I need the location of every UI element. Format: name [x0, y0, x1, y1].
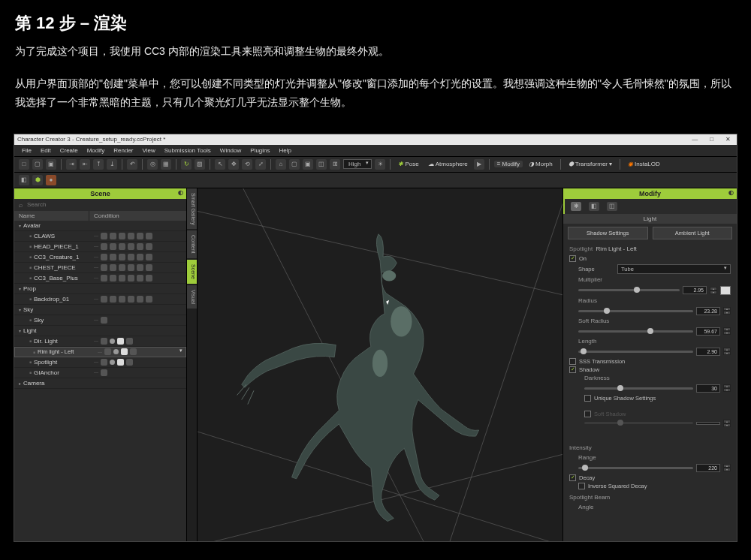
render-icon[interactable]: ▶ — [474, 159, 484, 170]
spotlight-beam-label: Spotlight Beam — [569, 494, 731, 501]
mult-dn[interactable]: ▾ — [710, 291, 717, 294]
tool-icon[interactable]: ▧ — [195, 159, 205, 170]
darkness-value[interactable]: 30 — [696, 384, 720, 393]
win-close[interactable]: ✕ — [722, 136, 734, 143]
radius-slider[interactable] — [578, 310, 693, 312]
on-checkbox[interactable]: On — [569, 255, 731, 262]
save-icon[interactable]: ▣ — [46, 159, 56, 170]
move-icon[interactable]: ✥ — [228, 159, 239, 170]
upload-icon[interactable]: ⤒ — [93, 159, 104, 170]
modify-collapse-icon[interactable]: ◐ — [728, 189, 734, 196]
tree-row-head-piece-1[interactable]: ■HEAD_PIECE_1— — [14, 242, 186, 252]
length-value[interactable]: 2.90 — [696, 348, 720, 356]
unique-shadow-checkbox[interactable]: Unique Shadow Settings — [584, 395, 731, 402]
tree-row-cc3-creature-1[interactable]: ■CC3_Creature_1— — [14, 252, 186, 263]
export-icon[interactable]: ⇤ — [80, 159, 90, 170]
open-icon[interactable]: ▢ — [32, 159, 43, 170]
range-slider[interactable] — [578, 467, 693, 469]
tab-content[interactable]: Content — [187, 230, 197, 258]
tab-scene[interactable]: Scene — [187, 260, 197, 284]
radius-value[interactable]: 23.28 — [696, 307, 720, 315]
inverse-checkbox[interactable]: Inverse Squared Decay — [578, 483, 731, 489]
decay-checkbox[interactable]: Decay — [569, 474, 731, 481]
tree-row-rim-light-left[interactable]: ■Rim light - Left— — [14, 347, 186, 357]
tree-row-chest-piece[interactable]: ■CHEST_PIECE— — [14, 263, 186, 273]
menu-help[interactable]: Help — [279, 147, 291, 154]
sub3-icon[interactable]: ● — [46, 175, 56, 185]
multiplier-value[interactable]: 2.95 — [683, 286, 707, 294]
menu-edit[interactable]: Edit — [41, 147, 51, 154]
shadow-settings-button[interactable]: Shadow Settings — [568, 227, 648, 239]
soft-radius-value[interactable]: 59.67 — [696, 327, 720, 336]
instalod-button[interactable]: ◉ InstaLOD — [625, 161, 663, 167]
win-max[interactable]: □ — [707, 136, 716, 143]
atmosphere-button[interactable]: ☁ Atmosphere — [425, 161, 471, 167]
tree-row-avatar[interactable]: ▾Avatar — [14, 221, 186, 231]
menu-file[interactable]: File — [22, 147, 32, 154]
view1-icon[interactable]: ▢ — [289, 159, 300, 170]
target-icon[interactable]: ◎ — [147, 159, 158, 170]
soft-radius-slider[interactable] — [578, 330, 693, 333]
menu-view[interactable]: View — [143, 147, 155, 154]
intensity-label: Intensity — [569, 444, 731, 451]
undo-icon[interactable]: ↶ — [127, 159, 137, 170]
shape-label: Shape — [578, 266, 614, 272]
tree-row-sky[interactable]: ▾Sky — [14, 305, 186, 315]
viewport[interactable] — [198, 188, 562, 541]
morph-button[interactable]: ◑ Morph — [526, 161, 556, 167]
menu-modify[interactable]: Modify — [87, 147, 105, 154]
modify-button[interactable]: ≡ Modify — [494, 161, 523, 167]
tree-row-prop[interactable]: ▾Prop — [14, 284, 186, 294]
mod-tab-1[interactable]: ✱ — [571, 202, 581, 211]
new-icon[interactable]: □ — [19, 159, 29, 170]
menu-window[interactable]: Window — [220, 147, 241, 154]
tree-row-spotlight[interactable]: ■Spotlight— — [14, 357, 186, 368]
transformer-button[interactable]: ⬢ Transformer ▾ — [566, 161, 615, 167]
tree-row-backdrop-01[interactable]: ■Backdrop_01— — [14, 294, 186, 305]
shape-select[interactable]: Tube — [617, 264, 731, 274]
quality-dropdown[interactable]: High — [343, 159, 372, 169]
home-icon[interactable]: ⌂ — [276, 159, 286, 170]
scale-icon[interactable]: ⤢ — [255, 159, 266, 170]
sun-icon[interactable]: ☀ — [375, 159, 385, 170]
multiplier-slider[interactable] — [578, 289, 680, 291]
spotlight-name: Rim Light - Left — [596, 245, 637, 252]
tree-row-gianchor[interactable]: ■GIAnchor— — [14, 368, 186, 378]
menu-render[interactable]: Render — [113, 147, 133, 154]
download-icon[interactable]: ⤓ — [107, 159, 117, 170]
refresh-icon[interactable]: ↻ — [181, 159, 192, 170]
view3-icon[interactable]: ◫ — [316, 159, 327, 170]
mod-tab-3[interactable]: ◫ — [607, 202, 617, 211]
scene-collapse-icon[interactable]: ◐ — [178, 189, 183, 196]
sub1-icon[interactable]: ◧ — [19, 175, 29, 185]
menu-plugins[interactable]: Plugins — [250, 147, 270, 154]
search-input[interactable] — [27, 201, 182, 208]
pose-button[interactable]: ✱ Pose — [395, 161, 421, 167]
tree-row-light[interactable]: ▾Light — [14, 326, 186, 336]
range-value[interactable]: 220 — [696, 464, 720, 472]
length-slider[interactable] — [578, 351, 693, 353]
sub2-icon[interactable]: ⬢ — [32, 175, 43, 185]
view4-icon[interactable]: ⊞ — [330, 159, 340, 170]
win-min[interactable]: — — [689, 136, 701, 143]
color-swatch[interactable] — [720, 286, 731, 295]
tree-row-dir-light[interactable]: ■Dir. Light— — [14, 336, 186, 347]
view2-icon[interactable]: ▣ — [303, 159, 313, 170]
tab-visual[interactable]: Visual — [187, 285, 197, 309]
ambient-light-button[interactable]: Ambient Light — [653, 227, 733, 239]
tab-smart-gallery[interactable]: Smart Gallery — [187, 188, 197, 230]
tree-row-cc3-base-plus[interactable]: ■CC3_Base_Plus— — [14, 273, 186, 284]
grid-icon[interactable]: ▦ — [161, 159, 171, 170]
rotate-icon[interactable]: ⟲ — [242, 159, 252, 170]
tree-row-sky[interactable]: ■Sky— — [14, 315, 186, 326]
cursor-icon[interactable]: ↖ — [215, 159, 225, 170]
mod-tab-2[interactable]: ◧ — [589, 202, 599, 211]
import-icon[interactable]: ⇥ — [66, 159, 77, 170]
tree-row-claws[interactable]: ■CLAWS— — [14, 231, 186, 242]
shadow-checkbox[interactable]: Shadow — [569, 366, 731, 373]
menu-submission[interactable]: Submission Tools — [164, 147, 211, 154]
menu-create[interactable]: Create — [60, 147, 78, 154]
sss-checkbox[interactable]: SSS Transmission — [569, 358, 731, 365]
tree-row-camera[interactable]: ▸Camera — [14, 378, 186, 389]
darkness-slider[interactable] — [584, 387, 693, 390]
